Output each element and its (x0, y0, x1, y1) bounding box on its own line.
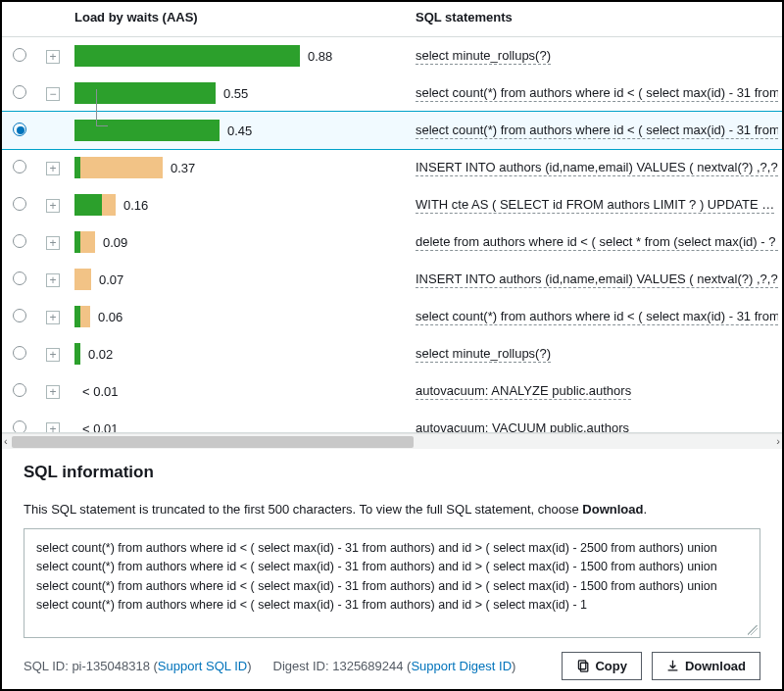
sql-statement-link[interactable]: delete from authors where id < ( select … (416, 234, 778, 251)
load-bar (74, 157, 163, 178)
expand-icon[interactable]: + (46, 273, 60, 287)
table-row[interactable]: +0.09delete from authors where id < ( se… (2, 223, 782, 261)
svg-rect-1 (581, 663, 588, 671)
table-row[interactable]: +< 0.01autovacuum: ANALYZE public.author… (2, 372, 782, 410)
copy-button[interactable]: Copy (562, 652, 642, 680)
load-bar (74, 45, 300, 67)
table-row[interactable]: 0.45select count(*) from authors where i… (2, 112, 782, 149)
row-radio[interactable] (13, 48, 26, 62)
col-sql[interactable]: SQL statements (410, 2, 782, 37)
download-button[interactable]: Download (652, 652, 760, 680)
expand-icon[interactable]: + (46, 50, 60, 64)
sql-statement-link[interactable]: WITH cte AS ( SELECT id FROM authors LIM… (416, 197, 774, 214)
sql-info-desc: This SQL statement is truncated to the f… (24, 502, 760, 517)
load-value: 0.06 (98, 310, 122, 324)
load-value: 0.88 (308, 49, 332, 64)
row-radio[interactable] (13, 85, 26, 99)
table-row[interactable]: +0.37INSERT INTO authors (id,name,email)… (2, 149, 782, 186)
load-bar (74, 306, 90, 327)
sql-statement-link[interactable]: select count(*) from authors where id < … (416, 123, 778, 139)
sql-statement-link[interactable]: select minute_rollups(?) (416, 346, 551, 363)
expand-icon[interactable]: + (46, 236, 60, 250)
table-row[interactable]: +0.06select count(*) from authors where … (2, 298, 782, 335)
child-connector (96, 89, 108, 126)
sql-statement-link[interactable]: autovacuum: ANALYZE public.authors (416, 383, 631, 400)
sql-statement-link[interactable]: INSERT INTO authors (id,name,email) VALU… (416, 160, 778, 176)
load-bar (74, 269, 91, 290)
scroll-thumb[interactable] (12, 436, 414, 448)
download-icon (666, 660, 679, 672)
load-value: < 0.01 (82, 384, 119, 399)
collapse-icon[interactable]: − (46, 87, 60, 101)
col-load[interactable]: Load by waits (AAS) (69, 2, 410, 37)
row-radio[interactable] (13, 123, 26, 136)
sql-text-box[interactable]: select count(*) from authors where id < … (24, 528, 760, 638)
expand-icon[interactable]: + (46, 422, 60, 434)
load-value: 0.45 (227, 123, 252, 138)
row-radio[interactable] (13, 383, 26, 397)
row-radio[interactable] (13, 234, 26, 248)
sql-info-panel: SQL information This SQL statement is tr… (2, 449, 782, 691)
sql-statement-link[interactable]: INSERT INTO authors (id,name,email) VALU… (416, 271, 778, 288)
table-row[interactable]: +0.07INSERT INTO authors (id,name,email)… (2, 261, 782, 298)
table-row[interactable]: +0.88select minute_rollups(?) (2, 37, 782, 75)
load-value: 0.37 (171, 161, 195, 175)
row-radio[interactable] (13, 346, 26, 360)
copy-icon (576, 660, 589, 672)
table-row[interactable]: +0.02select minute_rollups(?) (2, 335, 782, 372)
table-row[interactable]: +0.16WITH cte AS ( SELECT id FROM author… (2, 186, 782, 223)
sql-statement-link[interactable]: select minute_rollups(?) (416, 48, 551, 65)
support-sql-id-link[interactable]: Support SQL ID (158, 659, 247, 673)
support-digest-id-link[interactable]: Support Digest ID (411, 659, 512, 673)
table-row[interactable]: +< 0.01autovacuum: VACUUM public.authors (2, 410, 782, 433)
row-radio[interactable] (13, 271, 26, 285)
sql-load-table: Load by waits (AAS) SQL statements +0.88… (2, 2, 782, 433)
load-value: 0.55 (223, 86, 248, 101)
table-row[interactable]: −0.55select count(*) from authors where … (2, 74, 782, 112)
scroll-right-icon[interactable]: › (776, 435, 780, 447)
sql-load-table-container: Load by waits (AAS) SQL statements +0.88… (2, 2, 782, 433)
load-value: < 0.01 (82, 421, 119, 434)
expand-icon[interactable]: + (46, 311, 60, 324)
load-value: 0.02 (88, 347, 113, 362)
expand-icon[interactable]: + (46, 385, 60, 399)
resize-handle-icon[interactable] (748, 625, 758, 635)
load-value: 0.07 (99, 272, 123, 287)
load-bar (74, 194, 116, 216)
expand-icon[interactable]: + (46, 199, 60, 213)
load-bar (74, 343, 80, 365)
expand-icon[interactable]: + (46, 348, 60, 362)
row-radio[interactable] (13, 197, 26, 211)
sql-info-title: SQL information (24, 463, 760, 482)
row-radio[interactable] (13, 309, 26, 322)
row-radio[interactable] (13, 420, 26, 434)
load-value: 0.16 (123, 198, 148, 213)
sql-statement-link[interactable]: select count(*) from authors where id < … (416, 85, 778, 102)
horizontal-scrollbar[interactable]: ‹ › (2, 433, 782, 449)
id-row: SQL ID: pi-135048318 (Support SQL ID) Di… (24, 659, 515, 673)
row-radio[interactable] (13, 160, 26, 173)
sql-statement-link[interactable]: autovacuum: VACUUM public.authors (416, 420, 629, 434)
load-value: 0.09 (103, 235, 127, 250)
load-bar (74, 231, 95, 253)
svg-rect-0 (579, 661, 586, 669)
scroll-left-icon[interactable]: ‹ (4, 435, 8, 447)
expand-icon[interactable]: + (46, 162, 60, 175)
sql-statement-link[interactable]: select count(*) from authors where id < … (416, 309, 778, 325)
